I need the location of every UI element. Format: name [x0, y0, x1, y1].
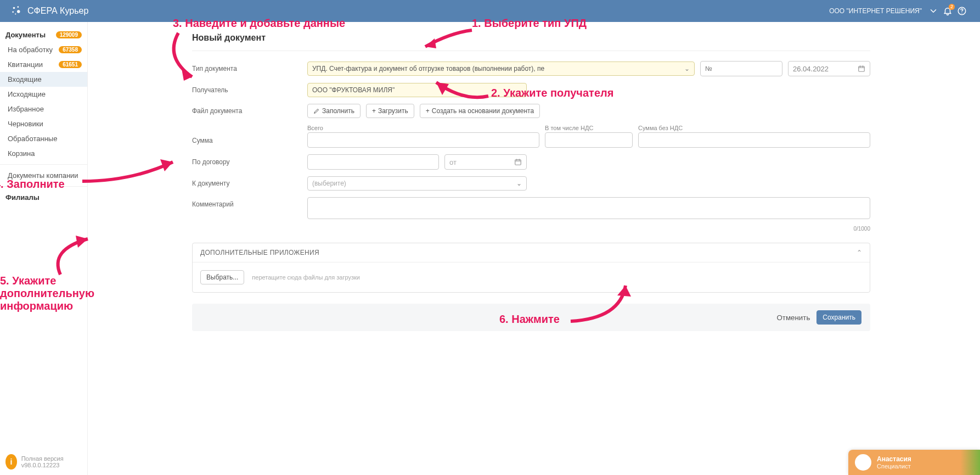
- svg-rect-6: [859, 66, 865, 71]
- plus-icon: +: [372, 107, 376, 115]
- svg-point-4: [15, 13, 16, 14]
- svg-point-0: [13, 7, 15, 9]
- plus-icon: +: [426, 107, 430, 115]
- sum-novat-input[interactable]: [638, 132, 870, 148]
- chevron-down-icon: ⌄: [684, 65, 690, 72]
- label-contract: По договору: [192, 158, 307, 166]
- upload-button[interactable]: +Загрузить: [366, 104, 414, 118]
- char-count: 0/1000: [307, 226, 870, 232]
- label-file: Файл документа: [192, 107, 307, 115]
- bell-icon[interactable]: 2: [943, 6, 953, 16]
- sidebar-item-outbox[interactable]: Исходящие: [0, 87, 87, 102]
- pencil-icon: [313, 108, 320, 114]
- comment-textarea[interactable]: [307, 197, 870, 219]
- choose-file-button[interactable]: Выбрать...: [200, 270, 244, 284]
- sidebar-footer: i Полная версия v98.0.0.12223: [0, 449, 87, 475]
- calendar-icon: [858, 65, 865, 72]
- logo-icon: [11, 5, 23, 17]
- sidebar-item-processing[interactable]: На обработку67358: [0, 42, 87, 57]
- label-doc-type: Тип документа: [192, 65, 307, 72]
- version-text: Полная версия v98.0.0.12223: [21, 455, 82, 468]
- doc-number-input[interactable]: [700, 61, 782, 76]
- action-bar: Отменить Сохранить: [192, 304, 870, 331]
- contract-number-input[interactable]: [307, 154, 439, 170]
- chat-name: Анастасия: [877, 455, 911, 463]
- avatar: [855, 454, 871, 471]
- drop-hint: перетащите сюда файлы для загрузки: [252, 274, 360, 281]
- sidebar-branches-header[interactable]: Филиалы: [0, 190, 87, 205]
- sidebar-item-processed[interactable]: Обработанные: [0, 131, 87, 146]
- page-title: Новый документ: [192, 33, 870, 51]
- label-to-doc: К документу: [192, 180, 307, 187]
- chevron-up-icon: ⌃: [857, 249, 862, 256]
- sidebar-item-receipts[interactable]: Квитанции61651: [0, 57, 87, 72]
- to-doc-select[interactable]: (выберите) ⌄: [307, 176, 527, 191]
- label-sum: Сумма: [192, 137, 307, 148]
- chat-widget[interactable]: Анастасия Специалист: [848, 450, 980, 475]
- sum-total-input[interactable]: [307, 132, 539, 148]
- app-header: СФЕРА Курьер ООО "ИНТЕРНЕТ РЕШЕНИЯ" 2: [0, 0, 980, 22]
- create-from-doc-button[interactable]: +Создать на основании документа: [420, 104, 540, 118]
- sidebar: Документы 129009 На обработку67358 Квита…: [0, 22, 88, 475]
- svg-point-3: [17, 10, 20, 13]
- label-sum-novat: Сумма без НДС: [638, 125, 870, 131]
- contract-date-input[interactable]: от: [444, 154, 527, 170]
- chevron-down-icon[interactable]: [928, 6, 938, 16]
- fill-button[interactable]: Заполнить: [307, 104, 361, 118]
- chevron-down-icon: ⌄: [516, 180, 522, 187]
- content-area: Новый документ Тип документа УПД. Счет-ф…: [88, 22, 980, 475]
- svg-point-2: [12, 11, 14, 13]
- sidebar-item-inbox[interactable]: Входящие: [0, 72, 87, 87]
- help-icon[interactable]: [957, 6, 967, 16]
- cancel-button[interactable]: Отменить: [776, 310, 810, 325]
- recipient-select[interactable]: ООО "ФРУКТОВАЯ МИЛЯ" ⌄: [307, 83, 527, 97]
- attachments-panel: ДОПОЛНИТЕЛЬНЫЕ ПРИЛОЖЕНИЯ ⌃ Выбрать... п…: [192, 243, 870, 293]
- label-comment: Комментарий: [192, 197, 307, 208]
- sum-vat-input[interactable]: [545, 132, 633, 148]
- save-button[interactable]: Сохранить: [816, 310, 861, 325]
- sidebar-item-favorites[interactable]: Избранное: [0, 102, 87, 116]
- sidebar-item-company-docs[interactable]: Документы компании: [0, 168, 87, 183]
- label-sum-total: Всего: [307, 125, 539, 131]
- chat-role: Специалист: [877, 463, 911, 470]
- svg-rect-7: [515, 160, 521, 165]
- doc-date-input[interactable]: 26.04.2022: [788, 61, 870, 76]
- company-name[interactable]: ООО "ИНТЕРНЕТ РЕШЕНИЯ": [829, 7, 922, 15]
- chevron-down-icon: ⌄: [516, 86, 522, 94]
- calendar-icon: [514, 158, 522, 166]
- bell-badge: 2: [949, 4, 955, 10]
- sidebar-item-trash[interactable]: Корзина: [0, 146, 87, 161]
- label-sum-vat: В том числе НДС: [545, 125, 633, 131]
- sidebar-item-drafts[interactable]: Черновики: [0, 116, 87, 131]
- sidebar-documents-header[interactable]: Документы 129009: [0, 27, 87, 42]
- app-logo[interactable]: СФЕРА Курьер: [11, 5, 88, 17]
- svg-point-1: [17, 6, 19, 8]
- doc-type-select[interactable]: УПД. Счет-фактура и документ об отгрузке…: [307, 62, 695, 76]
- attachments-header[interactable]: ДОПОЛНИТЕЛЬНЫЕ ПРИЛОЖЕНИЯ ⌃: [193, 243, 870, 262]
- svg-marker-9: [182, 69, 192, 81]
- svg-marker-11: [160, 159, 173, 171]
- label-recipient: Получатель: [192, 86, 307, 94]
- app-name: СФЕРА Курьер: [27, 6, 88, 16]
- badge-documents: 129009: [56, 31, 82, 38]
- info-icon[interactable]: i: [5, 454, 17, 470]
